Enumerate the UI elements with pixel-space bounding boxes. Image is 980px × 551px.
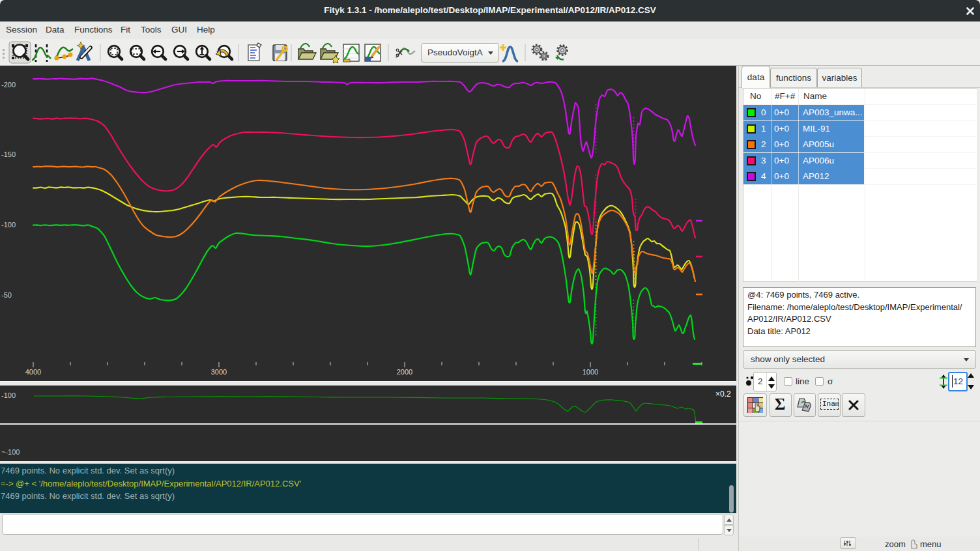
svg-text:-100: -100 — [1, 221, 16, 229]
svg-text:-200: -200 — [1, 81, 16, 89]
svg-text:2000: 2000 — [397, 368, 412, 376]
svg-text:×0.2: ×0.2 — [715, 389, 731, 399]
svg-text:1000: 1000 — [583, 368, 598, 376]
svg-text:-100: -100 — [1, 391, 16, 399]
svg-text:4000: 4000 — [25, 368, 41, 376]
svg-text:-50: -50 — [1, 291, 12, 299]
svg-text:-150: -150 — [1, 150, 16, 158]
svg-text:3000: 3000 — [211, 368, 227, 376]
